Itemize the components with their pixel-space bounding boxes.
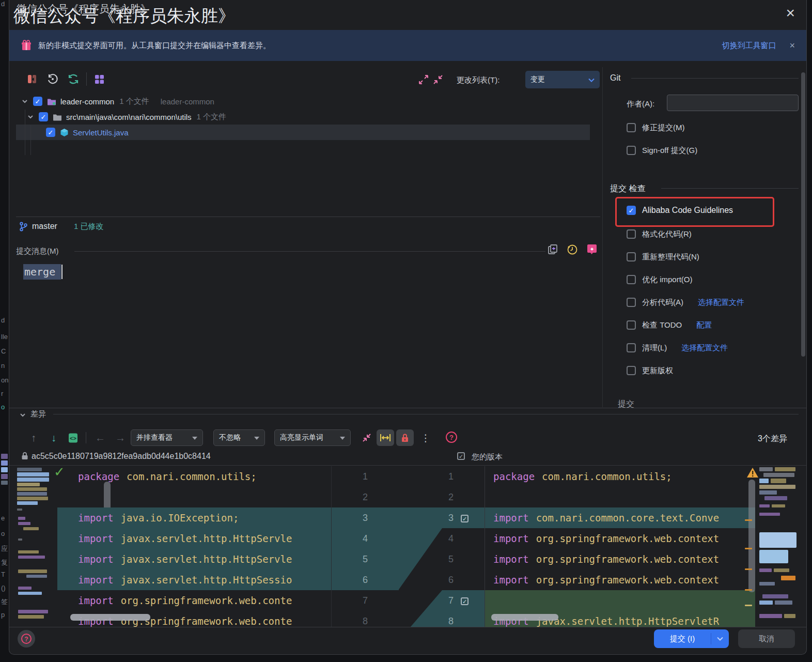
chevron-down-icon[interactable]	[21, 98, 28, 105]
window-close-icon[interactable]: ×	[786, 5, 795, 21]
check-config-link[interactable]: 配置	[696, 320, 712, 330]
banner-close-icon[interactable]: ×	[789, 40, 795, 51]
commit-button[interactable]: 提交 (I)	[654, 629, 729, 648]
module-checkbox[interactable]	[33, 97, 42, 106]
package-path: src\main\java\com\nari\common\utils	[66, 113, 192, 121]
check-checkbox[interactable]	[627, 320, 636, 330]
background-text-fragment: on	[1, 376, 8, 384]
git-branch-icon	[19, 222, 28, 232]
banner-switch-link[interactable]: 切换到工具窗口	[722, 41, 776, 51]
background-text-fragment: o	[1, 530, 5, 537]
package-checkbox[interactable]	[39, 112, 48, 121]
chevron-down-icon	[588, 75, 595, 84]
line-number: 8	[442, 611, 485, 627]
tree-row-module[interactable]: leader-common 1 个文件 leader-common	[21, 94, 214, 109]
alibaba-checkbox[interactable]	[627, 206, 636, 215]
commit-options-chevron-icon[interactable]	[711, 637, 729, 641]
changelist-dropdown[interactable]: 变更	[525, 71, 600, 88]
tree-row-file[interactable]: ServletUtils.java	[46, 125, 129, 140]
signoff-checkbox[interactable]	[627, 146, 636, 155]
diff-help-icon[interactable]: ?	[445, 430, 458, 444]
collapse-all-icon[interactable]	[431, 73, 445, 86]
left-gutter: 12345678	[331, 466, 399, 627]
include-range-checkbox[interactable]	[461, 597, 469, 605]
highlight-dropdown[interactable]: 高亮显示单词	[274, 429, 351, 446]
previous-difference-icon[interactable]: ↑	[27, 431, 40, 444]
disable-editing-button[interactable]	[396, 429, 414, 446]
message-history-icon[interactable]	[566, 243, 579, 256]
gift-icon	[21, 40, 32, 51]
show-history-button[interactable]	[46, 72, 59, 86]
next-difference-icon[interactable]: ↓	[47, 431, 60, 444]
refresh-button[interactable]	[67, 72, 80, 86]
clipped-panel-text: 提交	[618, 399, 731, 408]
check-option[interactable]: 更新版权	[627, 359, 805, 382]
check-option[interactable]: 清理(L) 选择配置文件	[627, 336, 805, 359]
line-number: 6	[332, 569, 399, 590]
right-editor-scrollbar[interactable]	[748, 480, 755, 592]
line-number: 1	[442, 466, 485, 487]
check-checkbox[interactable]	[627, 229, 636, 239]
check-option[interactable]: 检查 TODO 配置	[627, 314, 805, 336]
panel-scrollbar[interactable]	[801, 72, 805, 357]
check-checkbox[interactable]	[627, 275, 636, 284]
check-option[interactable]: 格式化代码(R)	[627, 223, 805, 245]
left-hscrollbar[interactable]	[70, 614, 150, 621]
check-checkbox[interactable]	[627, 298, 636, 307]
right-hscrollbar[interactable]	[491, 614, 558, 621]
left-minimap[interactable]	[16, 466, 56, 627]
rollback-button[interactable]	[25, 72, 39, 86]
forward-icon[interactable]: →	[114, 431, 127, 444]
ai-commit-message-icon[interactable]: ✦	[585, 243, 599, 256]
author-label: 作者(A):	[627, 99, 654, 109]
jump-to-source-icon[interactable]: <>	[66, 431, 80, 444]
alibaba-option[interactable]: Alibaba Code Guidelines	[627, 200, 733, 221]
background-text-fragment: T	[1, 571, 5, 578]
code-line: importcom.nari.common.core.text.Conve	[485, 507, 755, 528]
back-icon[interactable]: ←	[93, 431, 107, 444]
group-by-button[interactable]	[92, 72, 106, 86]
git-section-title: Git	[610, 73, 620, 83]
file-checkbox[interactable]	[46, 128, 55, 137]
branch-name[interactable]: master	[32, 222, 57, 231]
help-button[interactable]: ?	[18, 630, 35, 648]
tree-row-package[interactable]: src\main\java\com\nari\common\utils 1 个文…	[27, 109, 226, 125]
check-option[interactable]: 优化 import(O)	[627, 268, 805, 291]
synchronize-scrolling-button[interactable]	[377, 429, 394, 446]
collapse-unchanged-icon[interactable]	[360, 431, 373, 444]
background-edge-strip: dlleCnonroeo应复T()签pd	[0, 0, 9, 662]
check-option[interactable]: 分析代码(A) 选择配置文件	[627, 291, 805, 314]
background-text-fragment: lle	[1, 333, 8, 341]
code-line	[485, 590, 755, 611]
folder-module-icon	[47, 98, 56, 105]
whitespace-dropdown-value: 不忽略	[219, 433, 241, 442]
svg-text:✦: ✦	[589, 246, 594, 252]
cancel-button[interactable]: 取消	[738, 629, 795, 648]
check-config-link[interactable]: 选择配置文件	[698, 298, 744, 307]
viewer-dropdown[interactable]: 并排查看器	[131, 429, 203, 446]
signoff-option[interactable]: Sign-off 提交(G)	[627, 140, 697, 161]
code-line: importjavax.servlet.http.HttpServle	[57, 549, 331, 569]
author-input[interactable]	[667, 95, 799, 111]
kebab-menu-icon[interactable]: ⋮	[419, 431, 432, 444]
commit-message-editor[interactable]: merge	[16, 260, 600, 406]
check-checkbox[interactable]	[627, 252, 636, 261]
check-checkbox[interactable]	[627, 366, 636, 375]
diff-collapse-chevron-icon[interactable]	[19, 411, 26, 419]
commit-template-icon[interactable]	[546, 243, 559, 256]
right-minimap[interactable]	[757, 466, 799, 627]
amend-checkbox[interactable]	[627, 123, 636, 132]
chevron-down-icon[interactable]	[27, 113, 34, 120]
amend-option[interactable]: 修正提交(M)	[627, 117, 685, 138]
check-option[interactable]: 重新整理代码(N)	[627, 245, 805, 268]
check-checkbox[interactable]	[627, 343, 636, 352]
expand-all-icon[interactable]	[417, 73, 430, 86]
line-number: 5	[332, 549, 399, 569]
code-line: importorg.springframework.web.context	[485, 569, 755, 590]
check-config-link[interactable]: 选择配置文件	[681, 343, 728, 353]
chevron-down-icon	[340, 434, 345, 442]
whitespace-dropdown[interactable]: 不忽略	[213, 429, 265, 446]
include-range-checkbox[interactable]	[461, 515, 469, 522]
include-all-checkbox[interactable]	[457, 452, 465, 460]
diff-section-title: 差异	[30, 409, 46, 419]
